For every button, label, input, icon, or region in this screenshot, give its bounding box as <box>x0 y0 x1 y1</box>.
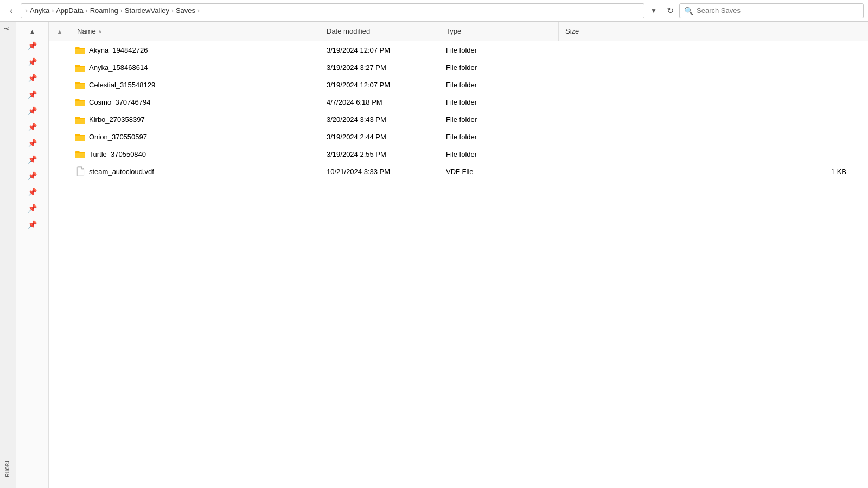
folder-icon <box>75 46 86 54</box>
quick-access-pin-10[interactable]: 📌 <box>24 184 41 200</box>
row-date-cell: 4/7/2024 6:18 PM <box>320 98 439 106</box>
breadcrumb-anyka[interactable]: Anyka <box>30 7 49 15</box>
row-name-cell: Onion_370550597 <box>71 132 320 141</box>
row-name-text: Turtle_370550840 <box>89 150 146 158</box>
row-type-cell: File folder <box>439 46 559 54</box>
folder-icon <box>75 150 86 158</box>
column-headers: ▲ Name ∧ Date modified Type Size <box>49 22 868 41</box>
col-header-type[interactable]: Type <box>439 22 559 41</box>
row-type-cell: File folder <box>439 63 559 72</box>
row-date-cell: 3/19/2024 2:55 PM <box>320 150 439 158</box>
breadcrumb-appdata[interactable]: AppData <box>56 7 84 15</box>
row-name-cell: Cosmo_370746794 <box>71 98 320 106</box>
row-name-cell: Akyna_194842726 <box>71 46 320 54</box>
row-type-cell: VDF File <box>439 168 559 176</box>
row-date-cell: 3/19/2024 2:44 PM <box>320 133 439 141</box>
quick-access-pin-12[interactable]: 📌 <box>24 217 41 232</box>
row-type-cell: File folder <box>439 115 559 124</box>
quick-access-pin-2[interactable]: 📌 <box>24 54 41 69</box>
breadcrumb-arrow-start: › <box>25 7 28 15</box>
row-name-text: Celestial_315548129 <box>89 81 155 89</box>
left-nav-text-2: rsona <box>0 455 16 488</box>
row-date-cell: 10/21/2024 3:33 PM <box>320 168 439 176</box>
breadcrumb: › Anyka › AppData › Roaming › StardewVal… <box>21 3 644 18</box>
quick-access-pin-5[interactable]: 📌 <box>24 103 41 118</box>
left-nav-partial: y rsona <box>0 22 16 488</box>
quick-access-pin-7[interactable]: 📌 <box>24 136 41 151</box>
breadcrumb-sep-4: › <box>171 7 174 15</box>
row-name-cell: Kirbo_270358397 <box>71 115 320 124</box>
table-row[interactable]: Onion_370550597 3/19/2024 2:44 PM File f… <box>49 128 868 145</box>
file-icon <box>75 166 86 176</box>
quick-access-pin-3[interactable]: 📌 <box>24 70 41 86</box>
folder-icon <box>75 98 86 106</box>
row-name-cell: steam_autocloud.vdf <box>71 166 320 176</box>
quick-access-panel: ▲ 📌 📌 📌 📌 📌 📌 📌 📌 📌 📌 📌 📌 <box>16 22 49 488</box>
search-icon: 🔍 <box>684 7 693 15</box>
file-area: ▲ Name ∧ Date modified Type Size <box>49 22 868 488</box>
address-bar: ‹ › Anyka › AppData › Roaming › StardewV… <box>0 0 868 22</box>
row-date-cell: 3/19/2024 12:07 PM <box>320 81 439 89</box>
row-name-cell: Turtle_370550840 <box>71 150 320 158</box>
breadcrumb-sep-3: › <box>120 7 123 15</box>
row-name-text: Onion_370550597 <box>89 133 147 141</box>
col-header-name[interactable]: Name ∧ <box>71 22 320 41</box>
back-button[interactable]: ‹ <box>4 4 18 18</box>
row-name-text: Akyna_194842726 <box>89 46 148 54</box>
quick-access-pin-9[interactable]: 📌 <box>24 168 41 183</box>
quick-access-pin-1[interactable]: 📌 <box>24 38 41 53</box>
breadcrumb-stardewvalley[interactable]: StardewValley <box>125 7 169 15</box>
col-header-size[interactable]: Size <box>559 22 868 41</box>
breadcrumb-sep-1: › <box>52 7 54 15</box>
refresh-button[interactable]: ↻ <box>663 4 677 18</box>
row-type-cell: File folder <box>439 133 559 141</box>
folder-icon <box>75 80 86 89</box>
row-date-cell: 3/19/2024 12:07 PM <box>320 46 439 54</box>
row-name-text: steam_autocloud.vdf <box>89 168 154 176</box>
table-row[interactable]: steam_autocloud.vdf 10/21/2024 3:33 PM V… <box>49 163 868 180</box>
search-box: 🔍 <box>679 3 864 18</box>
table-row[interactable]: Cosmo_370746794 4/7/2024 6:18 PM File fo… <box>49 93 868 111</box>
name-sort-indicator: ∧ <box>98 29 102 34</box>
file-list: Akyna_194842726 3/19/2024 12:07 PM File … <box>49 41 868 488</box>
quick-access-scroll-up[interactable]: ▲ <box>24 26 41 37</box>
row-name-text: Cosmo_370746794 <box>89 98 150 106</box>
search-input[interactable] <box>697 7 859 15</box>
quick-access-pin-4[interactable]: 📌 <box>24 87 41 102</box>
quick-access-pin-8[interactable]: 📌 <box>24 152 41 167</box>
folder-icon <box>75 63 86 72</box>
quick-access-pin-11[interactable]: 📌 <box>24 201 41 216</box>
table-row[interactable]: Anyka_158468614 3/19/2024 3:27 PM File f… <box>49 59 868 76</box>
breadcrumb-saves[interactable]: Saves <box>176 7 195 15</box>
table-row[interactable]: Celestial_315548129 3/19/2024 12:07 PM F… <box>49 76 868 93</box>
folder-icon <box>75 115 86 124</box>
row-type-cell: File folder <box>439 98 559 106</box>
row-type-cell: File folder <box>439 150 559 158</box>
row-type-cell: File folder <box>439 81 559 89</box>
main-layout: y rsona ▲ 📌 📌 📌 📌 📌 📌 📌 📌 📌 📌 📌 📌 ▲ Name… <box>0 22 868 488</box>
left-nav-text-1: y <box>0 22 16 36</box>
row-name-cell: Celestial_315548129 <box>71 80 320 89</box>
breadcrumb-dropdown-button[interactable]: ▼ <box>647 4 661 18</box>
breadcrumb-sep-2: › <box>86 7 88 15</box>
row-name-cell: Anyka_158468614 <box>71 63 320 72</box>
breadcrumb-roaming[interactable]: Roaming <box>90 7 118 15</box>
col-header-date[interactable]: Date modified <box>320 22 439 41</box>
row-date-cell: 3/19/2024 3:27 PM <box>320 63 439 72</box>
row-name-text: Anyka_158468614 <box>89 63 148 72</box>
quick-access-pin-6[interactable]: 📌 <box>24 119 41 134</box>
row-date-cell: 3/20/2024 3:43 PM <box>320 115 439 124</box>
row-name-text: Kirbo_270358397 <box>89 115 145 124</box>
breadcrumb-sep-5: › <box>197 7 200 15</box>
row-size-cell: 1 KB <box>559 168 868 176</box>
table-row[interactable]: Kirbo_270358397 3/20/2024 3:43 PM File f… <box>49 111 868 128</box>
folder-icon <box>75 132 86 141</box>
table-row[interactable]: Turtle_370550840 3/19/2024 2:55 PM File … <box>49 145 868 163</box>
sort-up-button[interactable]: ▲ <box>49 28 71 35</box>
table-row[interactable]: Akyna_194842726 3/19/2024 12:07 PM File … <box>49 41 868 59</box>
